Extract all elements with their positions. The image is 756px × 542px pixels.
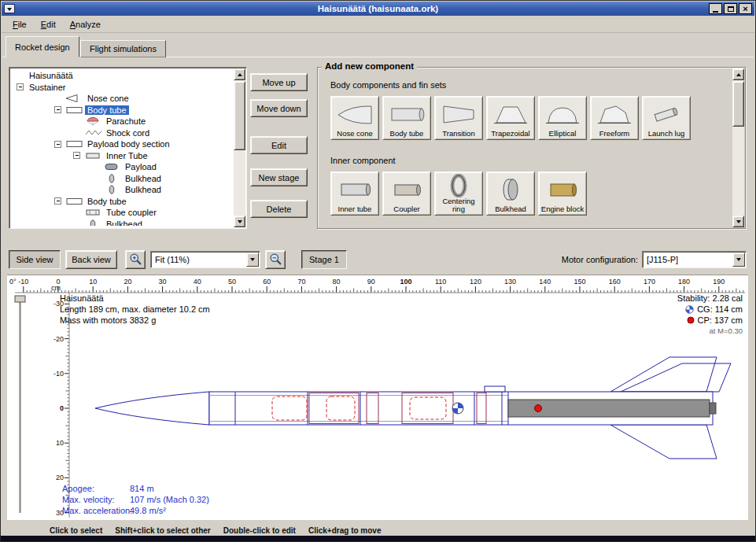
tree-item-parachute[interactable]: Parachute (12, 116, 233, 127)
close-button[interactable]: × (739, 3, 752, 14)
scroll-up-button[interactable] (732, 68, 744, 80)
fin-bottom (610, 425, 717, 459)
cg-value: CG: 114 cm (697, 304, 743, 315)
tree-item-haisun-t[interactable]: Haisunäätä (12, 70, 233, 82)
cp-icon (687, 316, 695, 324)
add-launch-lug-button[interactable]: Launch lug (642, 96, 691, 140)
tree-item-bulkhead[interactable]: Bulkhead (12, 184, 233, 196)
tree-item-body-tube[interactable]: Body tube (12, 105, 233, 116)
menu-file[interactable]: File (6, 18, 33, 31)
tree-item-nose-cone[interactable]: Nose cone (12, 93, 233, 105)
svg-text:190: 190 (713, 278, 725, 286)
rocket-canvas[interactable]: -100102030405060708090100110120130140150… (7, 275, 748, 520)
coupler-icon (388, 174, 426, 205)
centering-ring-icon (440, 174, 478, 197)
arrow-up-icon (238, 73, 242, 76)
body-tube-icon (65, 197, 85, 206)
tab-rocket-design[interactable]: Rocket design (6, 36, 79, 57)
combo-arrow-button[interactable] (246, 253, 259, 267)
add-bulkhead-button[interactable]: Bulkhead (486, 171, 535, 216)
rotation-slider-handle[interactable] (15, 296, 25, 302)
move-up-button[interactable]: Move up (250, 73, 308, 91)
add-freeform-button[interactable]: Freeform (590, 96, 639, 140)
combo-arrow-button[interactable] (732, 253, 745, 267)
zoom-combo[interactable]: Fit (11%) (150, 251, 260, 268)
magnifier-plus-icon (129, 253, 142, 267)
tree-item-payload[interactable]: Payload (12, 161, 233, 173)
tree-item-bulkhead[interactable]: Bulkhead (12, 219, 233, 227)
palette-button-label: Trapezoidal (491, 130, 529, 138)
tree-item-inner-tube[interactable]: Inner Tube (12, 150, 233, 162)
tree-item-body-tube[interactable]: Body tube (12, 196, 233, 208)
add-engine-block-button[interactable]: Engine block (538, 171, 587, 216)
delete-button[interactable]: Delete (250, 200, 308, 218)
svg-text:20: 20 (56, 474, 64, 481)
menu-edit[interactable]: Edit (35, 18, 62, 31)
add-trapezoidal-button[interactable]: Trapezoidal (486, 96, 535, 140)
tree-item-shock-cord[interactable]: Shock cord (12, 127, 233, 139)
svg-text:40: 40 (194, 278, 201, 286)
scroll-down-button[interactable] (732, 216, 744, 227)
flight-stat-label: Apogee: (62, 483, 130, 494)
flight-stat-label: Max. velocity: (62, 494, 130, 505)
nose-cone-icon (65, 94, 85, 103)
flight-stat-value: 814 m (130, 483, 154, 494)
scrollbar-thumb[interactable] (234, 81, 245, 150)
flight-stat-row: Max. velocity:107 m/s (Mach 0.32) (62, 494, 209, 505)
tree-item-label: Sustainer (27, 83, 68, 92)
flight-stat-row: Max. acceleration:49.8 m/s² (62, 505, 209, 516)
back-view-button[interactable]: Back view (65, 250, 117, 269)
tree-item-tube-coupler[interactable]: Tube coupler (12, 207, 233, 219)
tree-item-bulkhead[interactable]: Bulkhead (12, 173, 233, 185)
magnifier-minus-icon (269, 253, 282, 267)
add-elliptical-button[interactable]: Elliptical (538, 96, 587, 140)
scroll-down-button[interactable] (234, 216, 245, 227)
svg-text:140: 140 (539, 278, 551, 286)
bulkhead-icon (83, 219, 104, 226)
tree-item-label: Payload (123, 162, 159, 171)
palette-button-label: Centering ring (436, 197, 481, 213)
new-stage-button[interactable]: New stage (250, 168, 308, 186)
edit-button[interactable]: Edit (250, 136, 308, 154)
maximize-button[interactable] (724, 3, 737, 14)
palette-group-label: Body components and fin sets (330, 80, 446, 90)
svg-text:70: 70 (297, 278, 305, 286)
tree-scrollbar[interactable] (234, 68, 245, 227)
tree-item-sustainer[interactable]: Sustainer (12, 82, 233, 94)
window-menu-icon[interactable] (4, 4, 15, 13)
palette-button-label: Inner tube (338, 205, 372, 213)
scrollbar-thumb[interactable] (732, 81, 744, 127)
add-body-tube-button[interactable]: Body tube (382, 96, 431, 140)
add-inner-tube-button[interactable]: Inner tube (330, 171, 379, 216)
add-transition-button[interactable]: Transition (434, 96, 483, 140)
zoom-in-button[interactable] (125, 250, 146, 269)
stability-info: Stability: 2.28 cal CG: 114 cm CP: 137 c… (677, 293, 743, 337)
add-coupler-button[interactable]: Coupler (382, 171, 431, 216)
rocket-outline[interactable] (95, 357, 731, 459)
tree-item-payload-body-section[interactable]: Payload body section (12, 138, 233, 150)
palette-scrollbar[interactable] (732, 68, 744, 227)
svg-text:110: 110 (435, 278, 446, 286)
scroll-up-button[interactable] (234, 68, 245, 80)
palette-group-label: Inner component (330, 156, 396, 165)
svg-text:-20: -20 (53, 335, 64, 343)
motor-configuration-label: Motor configuration: (512, 251, 638, 268)
zoom-out-button[interactable] (265, 250, 286, 269)
add-centering-ring-button[interactable]: Centering ring (434, 171, 483, 216)
flight-stat-label: Max. acceleration: (62, 505, 130, 516)
stage-1-button[interactable]: Stage 1 (301, 250, 347, 269)
flight-stat-value: 49.8 m/s² (130, 505, 166, 516)
expander-icon (54, 106, 65, 113)
add-nose-cone-button[interactable]: Nose cone (330, 96, 379, 140)
svg-text:150: 150 (573, 278, 585, 286)
menu-analyze[interactable]: Analyze (64, 18, 107, 31)
move-down-button[interactable]: Move down (250, 99, 308, 117)
motor-configuration-combo[interactable]: [J115-P] (642, 251, 747, 268)
side-view-button[interactable]: Side view (9, 250, 61, 269)
inner-tube-icon (83, 151, 104, 160)
engine-block-icon (544, 174, 581, 205)
tab-flight-simulations[interactable]: Flight simulations (80, 40, 166, 57)
svg-text:60: 60 (263, 278, 271, 286)
rotation-angle-label: 0° (9, 278, 17, 286)
minimize-button[interactable] (709, 3, 722, 14)
